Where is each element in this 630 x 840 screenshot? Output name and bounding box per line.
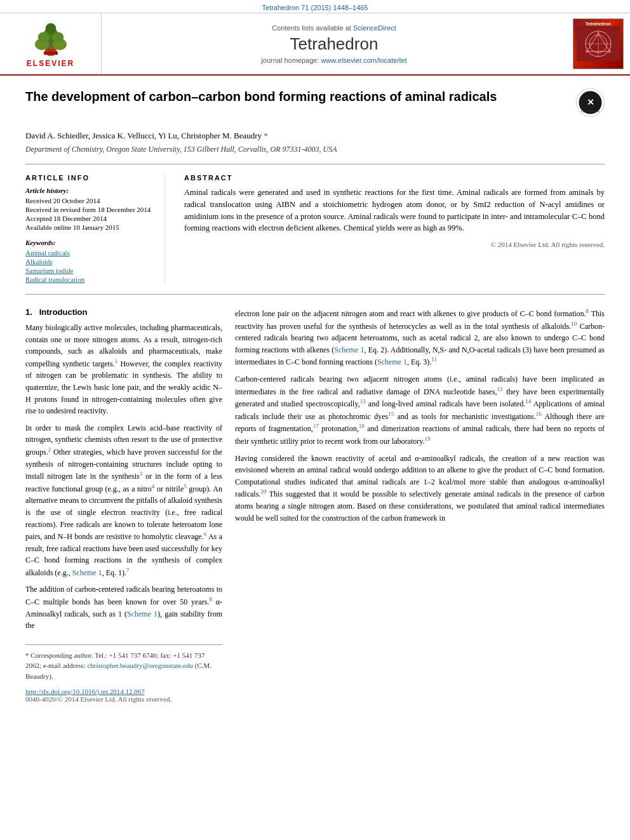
abstract-text: Aminal radicals were generated and used … bbox=[184, 187, 605, 234]
introduction-heading: 1. Introduction bbox=[25, 307, 222, 317]
keyword-3[interactable]: Samarium iodide bbox=[25, 267, 152, 274]
journal-cover-image: Tetrahedron bbox=[566, 13, 630, 74]
scheme1-ref[interactable]: Scheme 1 bbox=[127, 610, 158, 618]
section-title: Introduction bbox=[39, 307, 88, 317]
journal-reference-bar: Tetrahedron 71 (2015) 1448–1465 bbox=[0, 0, 630, 13]
scheme1-eq3[interactable]: Scheme 1 bbox=[377, 357, 407, 366]
svg-rect-9 bbox=[43, 51, 57, 55]
svg-text:CrossMark: CrossMark bbox=[581, 109, 600, 113]
page-footer: http://dx.doi.org/10.1016/j.tet.2014.12.… bbox=[25, 688, 222, 703]
issn-line: 0040-4020/© 2014 Elsevier Ltd. All right… bbox=[25, 695, 222, 703]
footnotes-section: * Corresponding author. Tel.: +1 541 737… bbox=[25, 644, 222, 682]
keyword-4[interactable]: Radical translocation bbox=[25, 276, 152, 283]
keywords-section: Keywords: Aminal radicals Alkaloids Sama… bbox=[25, 239, 152, 283]
intro-paragraph-3: The addition of carbon-centered radicals… bbox=[25, 583, 222, 631]
elsevier-logo-section: ELSEVIER bbox=[0, 13, 102, 74]
elsevier-text: ELSEVIER bbox=[27, 59, 74, 68]
cover-thumbnail: Tetrahedron bbox=[573, 18, 624, 69]
doi-link[interactable]: http://dx.doi.org/10.1016/j.tet.2014.12.… bbox=[25, 688, 145, 695]
journal-center-info: Contents lists available at ScienceDirec… bbox=[102, 13, 566, 74]
intro-paragraph-2: In order to mask the complex Lewis acid–… bbox=[25, 422, 222, 579]
scheme1-eq2[interactable]: Scheme 1 bbox=[334, 345, 364, 354]
svg-point-16 bbox=[597, 32, 600, 35]
article-title-section: The development of carbon–carbon bond fo… bbox=[25, 88, 605, 123]
journal-homepage-line: journal homepage: www.elsevier.com/locat… bbox=[261, 57, 406, 64]
sciencedirect-line: Contents lists available at ScienceDirec… bbox=[272, 24, 396, 32]
article-history-label: Article history: bbox=[25, 187, 152, 194]
article-title: The development of carbon–carbon bond fo… bbox=[25, 88, 563, 105]
info-abstract-section: ARTICLE INFO Article history: Received 2… bbox=[25, 164, 605, 295]
svg-text:✕: ✕ bbox=[587, 97, 594, 107]
svg-rect-8 bbox=[44, 49, 56, 51]
sciencedirect-link[interactable]: ScienceDirect bbox=[353, 24, 396, 32]
journal-ref-text: Tetrahedron 71 (2015) 1448–1465 bbox=[262, 4, 368, 11]
received-revised-date: Received in revised form 18 December 201… bbox=[25, 206, 152, 213]
elsevier-tree-icon bbox=[25, 20, 76, 58]
scheme1-link[interactable]: Scheme 1 bbox=[72, 568, 102, 577]
authors-text: David A. Schiedler, Jessica K. Vellucci,… bbox=[25, 131, 262, 140]
right-paragraph-2: Carbon-centered radicals bearing two adj… bbox=[235, 373, 605, 448]
footnote-corresponding: * Corresponding author. Tel.: +1 541 737… bbox=[25, 650, 222, 682]
body-column-left: 1. Introduction Many biologically active… bbox=[25, 307, 222, 703]
section-number: 1. bbox=[25, 307, 32, 317]
body-column-right: electron lone pair on the adjacent nitro… bbox=[235, 307, 605, 703]
doi-line: http://dx.doi.org/10.1016/j.tet.2014.12.… bbox=[25, 688, 222, 695]
intro-paragraph-1: Many biologically active molecules, incl… bbox=[25, 322, 222, 417]
svg-point-17 bbox=[608, 50, 611, 53]
journal-header: ELSEVIER Contents lists available at Sci… bbox=[0, 13, 630, 76]
keywords-label: Keywords: bbox=[25, 239, 152, 246]
abstract-copyright: © 2014 Elsevier Ltd. All rights reserved… bbox=[184, 241, 605, 248]
keyword-1[interactable]: Aminal radicals bbox=[25, 249, 152, 257]
crossmark-badge-icon[interactable]: ✕ CrossMark bbox=[576, 88, 605, 117]
journal-homepage-link[interactable]: www.elsevier.com/locate/tet bbox=[321, 57, 407, 64]
authors-line: David A. Schiedler, Jessica K. Vellucci,… bbox=[25, 131, 605, 141]
email-link[interactable]: christopher.beaudry@oregonstate.edu bbox=[87, 662, 193, 669]
abstract-title: ABSTRACT bbox=[184, 174, 605, 182]
right-paragraph-3: Having considered the known reactivity o… bbox=[235, 453, 605, 524]
abstract-panel: ABSTRACT Aminal radicals were generated … bbox=[184, 174, 605, 284]
cover-title-text: Tetrahedron bbox=[586, 22, 611, 26]
article-info-panel: ARTICLE INFO Article history: Received 2… bbox=[25, 174, 165, 284]
accepted-date: Accepted 18 December 2014 bbox=[25, 215, 152, 222]
elsevier-branding: ELSEVIER bbox=[25, 20, 76, 68]
received-date: Received 20 October 2014 bbox=[25, 197, 152, 204]
article-content: The development of carbon–carbon bond fo… bbox=[0, 76, 630, 716]
svg-point-18 bbox=[586, 50, 588, 53]
available-date: Available online 10 January 2015 bbox=[25, 223, 152, 231]
keyword-2[interactable]: Alkaloids bbox=[25, 258, 152, 265]
article-info-title: ARTICLE INFO bbox=[25, 174, 152, 182]
affiliation-text: Department of Chemistry, Oregon State Un… bbox=[25, 145, 605, 154]
svg-point-7 bbox=[45, 23, 56, 34]
cover-art bbox=[577, 26, 620, 61]
journal-name: Tetrahedron bbox=[290, 34, 379, 54]
right-paragraph-1: electron lone pair on the adjacent nitro… bbox=[235, 307, 605, 368]
svg-point-6 bbox=[51, 32, 63, 43]
corresponding-marker: * bbox=[264, 131, 268, 140]
svg-point-5 bbox=[37, 32, 49, 43]
main-body: 1. Introduction Many biologically active… bbox=[25, 307, 605, 703]
